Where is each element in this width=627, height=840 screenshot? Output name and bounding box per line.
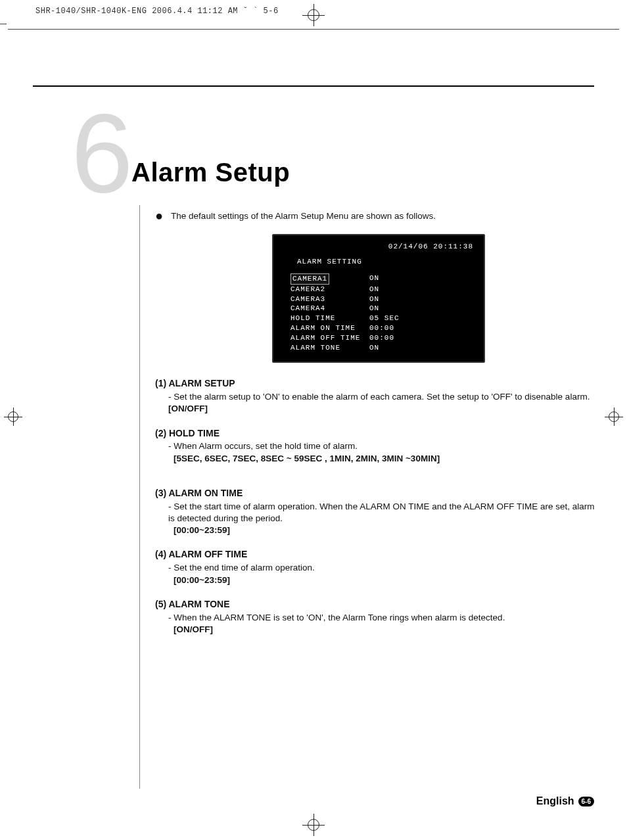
osd-row-value: 05 SEC: [369, 314, 400, 323]
osd-row-label: CAMERA2: [290, 285, 369, 294]
trim-mark: [0, 24, 7, 24]
crop-circle-top: [308, 9, 319, 21]
section-body: - When Alarm occurs, set the hold time o…: [168, 440, 602, 464]
section-body: - Set the start time of alarm operation.…: [168, 501, 602, 537]
section-title: (1) ALARM SETUP: [155, 377, 602, 390]
section-body-text: - When the ALARM TONE is set to 'ON', th…: [168, 613, 505, 622]
osd-row-label: CAMERA3: [290, 294, 369, 304]
section: (2) HOLD TIME- When Alarm occurs, set th…: [155, 427, 602, 465]
sections-list: (1) ALARM SETUP- Set the alarm setup to …: [155, 377, 602, 636]
top-rule: [33, 85, 594, 87]
section-body: - Set the end time of alarm operation. […: [168, 562, 602, 586]
section-body-text: - Set the alarm setup to 'ON' to enable …: [168, 392, 590, 402]
osd-row-label: ALARM ON TIME: [290, 323, 369, 333]
osd-row-value: ON: [369, 273, 379, 285]
intro-text: The default settings of the Alarm Setup …: [171, 210, 436, 222]
osd-row-value: ON: [369, 294, 379, 304]
osd-row: ALARM OFF TIME00:00: [290, 333, 475, 343]
bullet-icon: ●: [155, 210, 163, 222]
section-body-text: - When Alarm occurs, set the hold time o…: [168, 441, 358, 451]
section: (1) ALARM SETUP- Set the alarm setup to …: [155, 377, 602, 415]
section-options: [ON/OFF]: [174, 624, 213, 634]
section-title: (2) HOLD TIME: [155, 427, 602, 440]
section-title: (4) ALARM OFF TIME: [155, 548, 602, 561]
trim-line-top: [8, 29, 619, 30]
section-body-text: - Set the start time of alarm operation.…: [168, 502, 595, 523]
osd-row-value: ON: [369, 304, 379, 314]
osd-row: CAMERA2ON: [290, 285, 475, 294]
intro-row: ● The default settings of the Alarm Setu…: [155, 210, 602, 222]
osd-row: CAMERA3ON: [290, 294, 475, 304]
section-body-text: - Set the end time of alarm operation.: [168, 563, 315, 572]
osd-row: ALARM TONEON: [290, 343, 475, 353]
osd-row-label: HOLD TIME: [290, 314, 369, 323]
osd-row-label: CAMERA4: [290, 304, 369, 314]
osd-row: CAMERA1ON: [290, 273, 475, 285]
section-options: [00:00~23:59]: [174, 575, 230, 585]
osd-row-label: ALARM OFF TIME: [290, 333, 369, 343]
osd-screenshot: 02/14/06 20:11:38 ALARM SETTING CAMERA1O…: [272, 234, 485, 363]
osd-row: ALARM ON TIME00:00: [290, 323, 475, 333]
section-title: (5) ALARM TONE: [155, 598, 602, 611]
page-footer: English 6-6: [536, 795, 594, 807]
osd-row-value: 00:00: [369, 323, 394, 333]
crop-circle-bottom: [308, 819, 319, 831]
section: (3) ALARM ON TIME- Set the start time of…: [155, 487, 602, 537]
vertical-divider: [139, 205, 140, 789]
osd-row-label: ALARM TONE: [290, 343, 369, 353]
osd-datetime: 02/14/06 20:11:38: [283, 242, 475, 252]
chapter-number: 6: [71, 97, 133, 209]
section-body: - Set the alarm setup to 'ON' to enable …: [168, 391, 602, 415]
section-body: - When the ALARM TONE is set to 'ON', th…: [168, 612, 602, 636]
section-title: (3) ALARM ON TIME: [155, 487, 602, 500]
print-header: SHR-1040/SHR-1040K-ENG 2006.4.4 11:12 AM…: [35, 7, 279, 16]
chapter-title: Alarm Setup: [131, 158, 290, 187]
osd-title: ALARM SETTING: [297, 257, 475, 267]
section-options: [5SEC, 6SEC, 7SEC, 8SEC ~ 59SEC , 1MIN, …: [174, 454, 440, 463]
content-area: ● The default settings of the Alarm Setu…: [155, 210, 602, 647]
osd-row-value: ON: [369, 343, 379, 353]
osd-row-label: CAMERA1: [290, 273, 369, 285]
osd-rows: CAMERA1ONCAMERA2ONCAMERA3ONCAMERA4ONHOLD…: [290, 273, 475, 353]
footer-language: English: [536, 795, 574, 807]
section: (4) ALARM OFF TIME- Set the end time of …: [155, 548, 602, 586]
registration-circle-right: [609, 411, 619, 422]
section-options: [ON/OFF]: [168, 404, 208, 413]
osd-row-value: 00:00: [369, 333, 394, 343]
osd-row: HOLD TIME05 SEC: [290, 314, 475, 323]
osd-row: CAMERA4ON: [290, 304, 475, 314]
registration-circle-left: [8, 411, 18, 422]
footer-page-badge: 6-6: [578, 797, 594, 806]
section-options: [00:00~23:59]: [174, 525, 230, 535]
section: (5) ALARM TONE- When the ALARM TONE is s…: [155, 598, 602, 636]
osd-row-value: ON: [369, 285, 379, 294]
